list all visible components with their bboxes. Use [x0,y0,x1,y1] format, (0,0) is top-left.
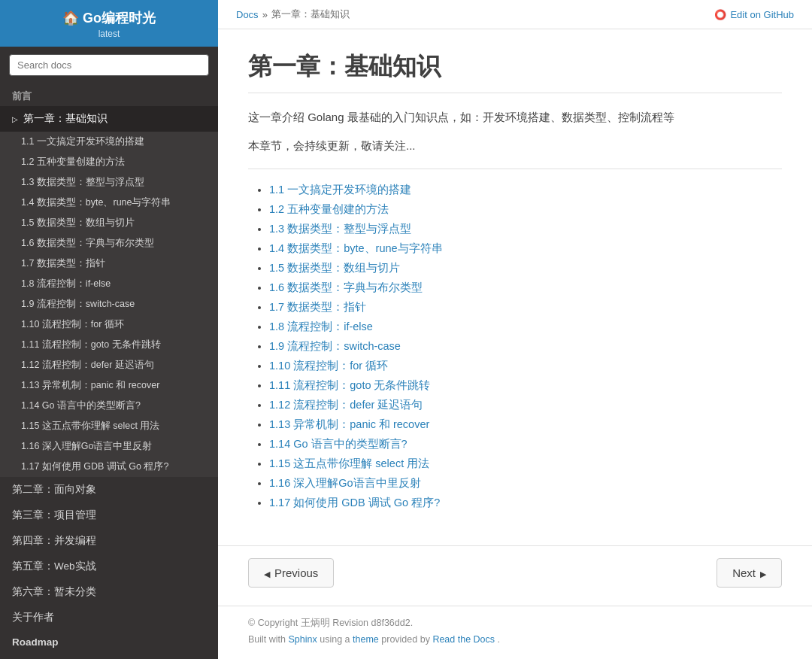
sidebar-subitem[interactable]: 1.1 一文搞定开发环境的搭建 [0,132,218,152]
topbar: Docs » 第一章：基础知识 ⭕ Edit on GitHub [218,0,812,29]
list-item: 1.10 流程控制：for 循环 [269,359,782,373]
sidebar-subitem[interactable]: 1.7 数据类型：指针 [0,254,218,274]
sidebar-title: 🏠 Go编程时光 [12,9,206,27]
edit-github-link[interactable]: ⭕ Edit on GitHub [714,9,794,20]
footer-built-with: Built with Sphinx using a theme provided… [248,634,782,645]
breadcrumb-separator: » [262,9,268,20]
sidebar-chapter-ch1[interactable]: ▷ 第一章：基础知识 [0,106,218,132]
list-item: 1.5 数据类型：数组与切片 [269,261,782,275]
list-item: 1.1 一文搞定开发环境的搭建 [269,183,782,197]
sidebar-chapter-ch4[interactable]: 第四章：并发编程 [0,528,218,554]
list-item: 1.8 流程控制：if-else [269,320,782,334]
footer: © Copyright 王炳明 Revision d8f36dd2. Built… [218,606,812,659]
sidebar-subitem[interactable]: 1.13 异常机制：panic 和 recover [0,375,218,396]
sphinx-link[interactable]: Sphinx [289,634,317,645]
sidebar-subitem[interactable]: 1.3 数据类型：整型与浮点型 [0,172,218,193]
toc-link[interactable]: 1.2 五种变量创建的方法 [269,203,389,215]
list-item: 1.12 流程控制：defer 延迟语句 [269,398,782,412]
list-item: 1.15 这五点带你理解 select 用法 [269,457,782,471]
sidebar-subtitle: latest [12,29,206,39]
sidebar-section-preface: 前言 [0,84,218,106]
toc-link[interactable]: 1.15 这五点带你理解 select 用法 [269,457,429,469]
sidebar-subitem[interactable]: 1.12 流程控制：defer 延迟语句 [0,355,218,375]
list-item: 1.3 数据类型：整型与浮点型 [269,222,782,236]
page-content: 第一章：基础知识 这一章介绍 Golang 最基础的入门知识点，如：开发环境搭建… [218,29,812,530]
toc-link[interactable]: 1.11 流程控制：goto 无条件跳转 [269,379,431,391]
arrow-right-icon [760,566,766,579]
list-item: 1.17 如何使用 GDB 调试 Go 程序? [269,496,782,510]
next-button[interactable]: Next [717,558,782,588]
sidebar-subitem[interactable]: 1.16 深入理解Go语言中里反射 [0,436,218,457]
list-item: 1.11 流程控制：goto 无条件跳转 [269,378,782,393]
list-item: 1.4 数据类型：byte、rune与字符串 [269,241,782,256]
toc-link[interactable]: 1.7 数据类型：指针 [269,301,366,313]
theme-link[interactable]: theme [353,634,379,645]
sidebar-subitem[interactable]: 1.6 数据类型：字典与布尔类型 [0,233,218,254]
toc-link[interactable]: 1.3 数据类型：整型与浮点型 [269,223,411,235]
search-input[interactable] [9,54,209,76]
github-icon: ⭕ [714,9,726,20]
list-item: 1.6 数据类型：字典与布尔类型 [269,281,782,295]
toc-link[interactable]: 1.1 一文搞定开发环境的搭建 [269,184,411,196]
arrow-left-icon [264,566,270,579]
sidebar-chapter-ch6[interactable]: 第六章：暂未分类 [0,579,218,605]
sidebar-header: 🏠 Go编程时光 latest [0,0,218,47]
ch1-subitems: 1.1 一文搞定开发环境的搭建1.2 五种变量创建的方法1.3 数据类型：整型与… [0,132,218,477]
toc-link[interactable]: 1.4 数据类型：byte、rune与字符串 [269,242,443,254]
sidebar-subitem[interactable]: 1.5 数据类型：数组与切片 [0,213,218,233]
toc-link[interactable]: 1.10 流程控制：for 循环 [269,360,388,372]
sidebar-chapter-ch2[interactable]: 第二章：面向对象 [0,477,218,503]
home-icon: 🏠 [62,11,79,26]
intro-paragraph-1: 这一章介绍 Golang 最基础的入门知识点，如：开发环境搭建、数据类型、控制流… [248,108,782,126]
sidebar-subitem[interactable]: 1.11 流程控制：goto 无条件跳转 [0,335,218,355]
previous-button[interactable]: Previous [248,558,334,588]
toc-link[interactable]: 1.17 如何使用 GDB 调试 Go 程序? [269,497,440,509]
toc-link[interactable]: 1.6 数据类型：字典与布尔类型 [269,281,423,293]
toc-link[interactable]: 1.9 流程控制：switch-case [269,340,401,352]
list-item: 1.2 五种变量创建的方法 [269,202,782,217]
list-item: 1.13 异常机制：panic 和 recover [269,418,782,432]
sidebar-subitem[interactable]: 1.10 流程控制：for 循环 [0,314,218,335]
section-divider [248,169,782,169]
sidebar-chapter-ch5[interactable]: 第五章：Web实战 [0,554,218,579]
sidebar-subitem[interactable]: 1.17 如何使用 GDB 调试 Go 程序? [0,457,218,477]
toc-link[interactable]: 1.12 流程控制：defer 延迟语句 [269,399,423,411]
sidebar-subitem[interactable]: 1.9 流程控制：switch-case [0,294,218,314]
sidebar-chapter-ch3[interactable]: 第三章：项目管理 [0,503,218,528]
toc-link[interactable]: 1.5 数据类型：数组与切片 [269,262,400,274]
main-content: Docs » 第一章：基础知识 ⭕ Edit on GitHub 第一章：基础知… [218,0,812,659]
readthedocs-link[interactable]: Read the Docs [432,634,495,645]
list-item: 1.16 深入理解Go语言中里反射 [269,476,782,490]
breadcrumb: Docs » 第一章：基础知识 [236,8,350,21]
sidebar-subitem[interactable]: 1.14 Go 语言中的类型断言? [0,396,218,416]
sidebar-subitem[interactable]: 1.4 数据类型：byte、rune与字符串 [0,193,218,213]
list-item: 1.9 流程控制：switch-case [269,339,782,354]
sidebar: 🏠 Go编程时光 latest 前言 ▷ 第一章：基础知识 1.1 一文搞定开发… [0,0,218,659]
page-title: 第一章：基础知识 [248,50,782,93]
search-box [0,47,218,84]
list-item: 1.14 Go 语言中的类型断言? [269,437,782,451]
expand-icon-ch1: ▷ [12,115,18,123]
toc-link[interactable]: 1.8 流程控制：if-else [269,320,373,333]
sidebar-subitem[interactable]: 1.15 这五点带你理解 select 用法 [0,416,218,436]
sidebar-chapter-roadmap[interactable]: Roadmap [0,630,218,654]
toc-link[interactable]: 1.16 深入理解Go语言中里反射 [269,477,421,489]
sidebar-subitem[interactable]: 1.2 五种变量创建的方法 [0,152,218,172]
intro-paragraph-2: 本章节，会持续更新，敬请关注... [248,137,782,155]
toc-list: 1.1 一文搞定开发环境的搭建1.2 五种变量创建的方法1.3 数据类型：整型与… [248,183,782,510]
sidebar-chapter-about[interactable]: 关于作者 [0,605,218,630]
breadcrumb-docs-link[interactable]: Docs [236,9,259,20]
list-item: 1.7 数据类型：指针 [269,300,782,314]
sidebar-subitem[interactable]: 1.8 流程控制：if-else [0,274,218,294]
breadcrumb-current: 第一章：基础知识 [271,8,350,21]
toc-link[interactable]: 1.13 异常机制：panic 和 recover [269,418,429,430]
toc-link[interactable]: 1.14 Go 语言中的类型断言? [269,438,408,450]
footer-copyright: © Copyright 王炳明 Revision d8f36dd2. [248,617,782,630]
nav-buttons: Previous Next [218,545,812,606]
